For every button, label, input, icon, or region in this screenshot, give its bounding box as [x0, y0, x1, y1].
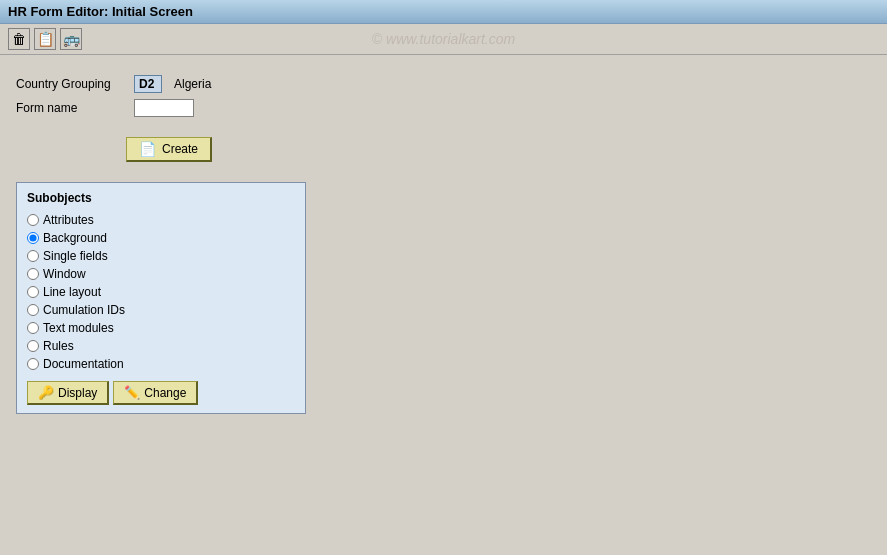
radio-window-label: Window [43, 267, 86, 281]
country-name: Algeria [174, 77, 211, 91]
country-grouping-label: Country Grouping [16, 77, 126, 91]
display-button-label: Display [58, 386, 97, 400]
change-button-label: Change [144, 386, 186, 400]
change-button[interactable]: ✏️ Change [113, 381, 198, 405]
radio-cumulation-ids[interactable]: Cumulation IDs [27, 303, 295, 317]
form-name-input[interactable] [134, 99, 194, 117]
radio-background-input[interactable] [27, 232, 39, 244]
radio-text-modules-input[interactable] [27, 322, 39, 334]
delete-button[interactable]: 🗑 [8, 28, 30, 50]
document-icon: 📄 [139, 141, 156, 157]
subobjects-panel: Subobjects Attributes Background Single … [16, 182, 306, 414]
create-button[interactable]: 📄 Create [126, 137, 212, 162]
radio-single-fields[interactable]: Single fields [27, 249, 295, 263]
radio-attributes-label: Attributes [43, 213, 94, 227]
title-bar: HR Form Editor: Initial Screen [0, 0, 887, 24]
watermark: © www.tutorialkart.com [372, 31, 515, 47]
radio-text-modules-label: Text modules [43, 321, 114, 335]
create-section: 📄 Create [16, 137, 871, 162]
radio-rules-label: Rules [43, 339, 74, 353]
radio-single-fields-input[interactable] [27, 250, 39, 262]
transport-button[interactable]: 🚌 [60, 28, 82, 50]
radio-cumulation-ids-input[interactable] [27, 304, 39, 316]
radio-attributes-input[interactable] [27, 214, 39, 226]
radio-rules-input[interactable] [27, 340, 39, 352]
radio-rules[interactable]: Rules [27, 339, 295, 353]
radio-window[interactable]: Window [27, 267, 295, 281]
radio-line-layout-label: Line layout [43, 285, 101, 299]
change-icon: ✏️ [124, 385, 140, 400]
radio-attributes[interactable]: Attributes [27, 213, 295, 227]
radio-documentation-input[interactable] [27, 358, 39, 370]
radio-background-label: Background [43, 231, 107, 245]
main-content: Country Grouping D2 Algeria Form name 📄 … [0, 55, 887, 434]
radio-line-layout[interactable]: Line layout [27, 285, 295, 299]
radio-window-input[interactable] [27, 268, 39, 280]
radio-documentation-label: Documentation [43, 357, 124, 371]
radio-cumulation-ids-label: Cumulation IDs [43, 303, 125, 317]
radio-line-layout-input[interactable] [27, 286, 39, 298]
country-grouping-row: Country Grouping D2 Algeria [16, 75, 871, 93]
radio-single-fields-label: Single fields [43, 249, 108, 263]
radio-background[interactable]: Background [27, 231, 295, 245]
create-button-label: Create [162, 142, 198, 156]
radio-text-modules[interactable]: Text modules [27, 321, 295, 335]
form-section: Country Grouping D2 Algeria Form name [16, 75, 871, 117]
title-text: HR Form Editor: Initial Screen [8, 4, 193, 19]
subobjects-list: Attributes Background Single fields Wind… [27, 213, 295, 371]
copy-button[interactable]: 📋 [34, 28, 56, 50]
display-icon: 🔑 [38, 385, 54, 400]
display-button[interactable]: 🔑 Display [27, 381, 109, 405]
subobjects-title: Subobjects [27, 191, 295, 205]
form-name-label: Form name [16, 101, 126, 115]
form-name-row: Form name [16, 99, 871, 117]
country-grouping-value[interactable]: D2 [134, 75, 162, 93]
radio-documentation[interactable]: Documentation [27, 357, 295, 371]
panel-buttons: 🔑 Display ✏️ Change [27, 381, 295, 405]
toolbar: 🗑 📋 🚌 © www.tutorialkart.com [0, 24, 887, 55]
